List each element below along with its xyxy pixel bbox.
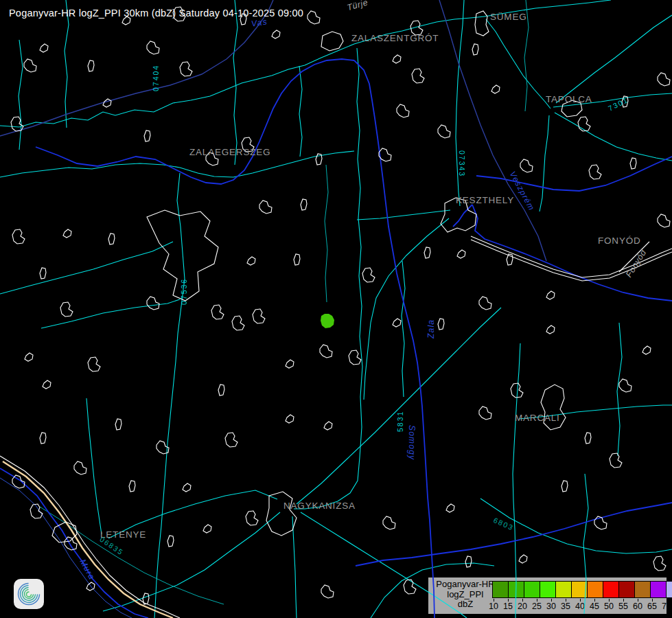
county-label-somogy: Somogy [407,425,417,460]
river-label-mura: Mura [78,558,97,582]
road-label-6803: 6803 [492,516,515,532]
radar-map-screen: Poganyvar-HR logZ_PPI dbZ 10152025303540… [0,0,672,618]
station-label-fonyod: Fonyód [624,248,649,279]
city-label-sumeg: SÜMEG [490,12,527,22]
city-label-marcali: MARCALI [515,413,560,423]
village-label-turje: Türje [346,0,369,12]
road-label-07404: 07404 [152,65,160,91]
radar-title: Poganyvar-HR logZ_PPI 30km (dbZ) Saturda… [9,8,303,19]
city-label-fonyod: FONYÓD [598,236,641,246]
city-label-zalaegerszeg: ZALAEGERSZEG [189,147,270,157]
county-label-veszprem: Veszprém [508,170,537,212]
road-label-7301: 7301 [607,95,629,113]
map-labels: SÜMEGZALASZENTGRÓTTAPOLCAZALAEGERSZEGKES… [0,0,672,618]
county-label-zala: Zala [426,319,436,339]
city-label-tapolca: TAPOLCA [546,94,592,104]
city-label-zalaszentgrot: ZALASZENTGRÓT [351,33,439,43]
spiral-icon [14,579,44,609]
city-label-keszthely: KESZTHELY [456,195,514,205]
road-label-07343: 07343 [458,150,466,177]
road-label-07536: 07536 [180,278,188,305]
met-spiral-logo [14,579,44,609]
city-label-nagykanizsa: NAGYKANIZSA [283,501,356,511]
road-label-5831: 5831 [396,411,404,432]
